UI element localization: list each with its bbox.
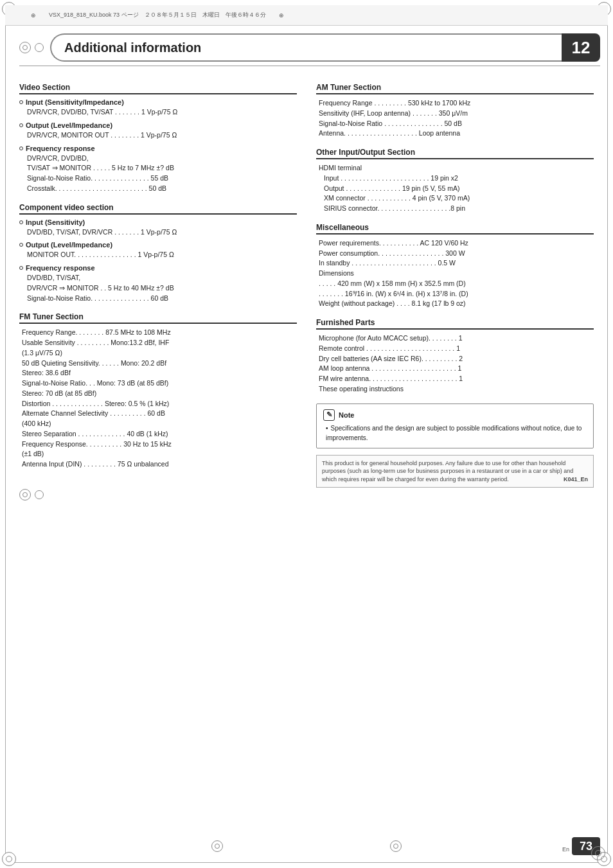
misc-heading: Miscellaneous bbox=[316, 223, 594, 235]
fm-line: Stereo: 70 dB (at 85 dBf) bbox=[22, 389, 297, 399]
top-bar: ⊕ VSX_918_818_KU.book 73 ページ ２０８年５月１５日 木… bbox=[5, 5, 608, 26]
comp-output-value: MONITOR OUT. . . . . . . . . . . . . . .… bbox=[27, 250, 297, 260]
fm-line: Frequency Range. . . . . . . . 87.5 MHz … bbox=[22, 328, 297, 338]
comp-input-value: DVD/BD, TV/SAT, DVR/VCR . . . . . . . 1 … bbox=[27, 227, 297, 238]
disclaimer-code: K041_En bbox=[564, 475, 588, 484]
video-section-heading: Video Section bbox=[19, 83, 297, 94]
misc-section: Miscellaneous Power requirements. . . . … bbox=[316, 223, 594, 309]
fm-section: FM Tuner Section Frequency Range. . . . … bbox=[19, 312, 297, 470]
chapter-title: Additional information bbox=[64, 40, 201, 55]
comp-freq-v2: DVR/VCR ⇒ MONITOR . . 5 Hz to 40 MHz ±? … bbox=[27, 283, 297, 294]
am-line: Signal-to-Noise Ratio . . . . . . . . . … bbox=[319, 119, 594, 129]
furnished-line: These operating instructions bbox=[319, 384, 594, 394]
video-section: Video Section Input (Sensitivity/Impedan… bbox=[19, 83, 297, 194]
fm-line: Distortion . . . . . . . . . . . . . . S… bbox=[22, 399, 297, 409]
misc-line: Power consumption. . . . . . . . . . . .… bbox=[319, 249, 594, 259]
bullet-dot-2 bbox=[19, 123, 23, 127]
video-freq-v1: DVR/VCR, DVD/BD, bbox=[27, 154, 297, 164]
other-io-line: SIRIUS connector. . . . . . . . . . . . … bbox=[324, 204, 594, 214]
top-bar-text: VSX_918_818_KU.book 73 ページ ２０８年５月１５日 木曜日… bbox=[49, 11, 266, 19]
note-box: ✎ Note •Specifications and the design ar… bbox=[316, 403, 594, 448]
am-section: AM Tuner Section Frequency Range . . . .… bbox=[316, 83, 594, 139]
furnished-section: Furnished Parts Microphone (for Auto MCA… bbox=[316, 318, 594, 394]
hdmi-label: HDMI terminal bbox=[319, 163, 594, 173]
video-input-value: DVR/VCR, DVD/BD, TV/SAT . . . . . . . 1 … bbox=[27, 107, 297, 118]
comp-output-label: Output (Level/Impedance) bbox=[19, 241, 297, 249]
comp-freq-v3: Signal-to-Noise Ratio. . . . . . . . . .… bbox=[27, 294, 297, 304]
component-section-heading: Component video section bbox=[19, 203, 297, 215]
misc-line: Weight (without package) . . . . 8.1 kg … bbox=[319, 299, 594, 309]
furnished-line: Dry cell batteries (AA size IEC R6). . .… bbox=[319, 354, 594, 364]
fm-section-heading: FM Tuner Section bbox=[19, 312, 297, 324]
bottom-circles bbox=[0, 840, 613, 852]
video-freq-label: Frequency response bbox=[19, 145, 297, 152]
video-input-label: Input (Sensitivity/Impedance) bbox=[19, 98, 297, 106]
bottom-left-circles bbox=[19, 489, 297, 500]
bottom-circle-center bbox=[390, 840, 402, 852]
note-icon: ✎ bbox=[323, 409, 335, 421]
bullet-dot-5 bbox=[19, 243, 23, 247]
header-divider bbox=[19, 66, 600, 66]
chapter-number: 12 bbox=[572, 39, 591, 56]
fm-line: (1.3 μV/75 Ω) bbox=[22, 348, 297, 359]
fm-line: 50 dB Quieting Sensitivity. . . . . . Mo… bbox=[22, 359, 297, 369]
bottom-circle-left bbox=[211, 840, 223, 852]
furnished-line: Microphone (for Auto MCACC setup). . . .… bbox=[319, 333, 594, 344]
misc-line: . . . . . . . 16⁹/16 in. (W) x 6¹/4 in. … bbox=[319, 289, 594, 299]
furnished-line: FM wire antenna. . . . . . . . . . . . .… bbox=[319, 374, 594, 384]
video-freq-v4: Crosstalk. . . . . . . . . . . . . . . .… bbox=[27, 184, 297, 194]
video-output-label: Output (Level/Impedance) bbox=[19, 121, 297, 129]
other-io-line: Output . . . . . . . . . . . . . . . 19 … bbox=[324, 184, 594, 194]
fm-line: (±1 dB) bbox=[22, 449, 297, 459]
misc-lines: Power requirements. . . . . . . . . . . … bbox=[316, 238, 594, 309]
video-freq-v3: Signal-to-Noise Ratio. . . . . . . . . .… bbox=[27, 173, 297, 184]
am-line: Sensitivity (IHF, Loop antenna) . . . . … bbox=[319, 109, 594, 119]
other-io-line: XM connector . . . . . . . . . . . . 4 p… bbox=[324, 193, 594, 204]
chapter-title-container: Additional information bbox=[50, 33, 562, 62]
component-section: Component video section Input (Sensitivi… bbox=[19, 203, 297, 304]
am-line: Antenna. . . . . . . . . . . . . . . . .… bbox=[319, 128, 594, 139]
comp-input-label: Input (Sensitivity) bbox=[19, 218, 297, 226]
misc-line: Dimensions bbox=[319, 269, 594, 279]
chapter-number-box: 12 bbox=[562, 33, 600, 62]
other-io-line: Input . . . . . . . . . . . . . . . . . … bbox=[324, 173, 594, 184]
left-small-circle bbox=[35, 43, 44, 52]
fm-line: Usable Sensitivity . . . . . . . . . Mon… bbox=[22, 338, 297, 348]
comp-freq-v1: DVD/BD, TV/SAT, bbox=[27, 273, 297, 283]
other-io-lines: Input . . . . . . . . . . . . . . . . . … bbox=[316, 173, 594, 214]
misc-line: In standby . . . . . . . . . . . . . . .… bbox=[319, 258, 594, 269]
left-circle-icon bbox=[19, 42, 31, 53]
left-column: Video Section Input (Sensitivity/Impedan… bbox=[19, 74, 297, 836]
main-content: Video Section Input (Sensitivity/Impedan… bbox=[19, 74, 594, 836]
disclaimer-box: This product is for general household pu… bbox=[316, 455, 594, 488]
fm-line: Alternate Channel Selectivity . . . . . … bbox=[22, 409, 297, 419]
furnished-lines: Microphone (for Auto MCACC setup). . . .… bbox=[316, 333, 594, 394]
am-lines: Frequency Range . . . . . . . . . 530 kH… bbox=[316, 98, 594, 139]
note-text: •Specifications and the design are subje… bbox=[326, 423, 587, 443]
disclaimer-text: This product is for general household pu… bbox=[322, 460, 573, 483]
fm-line: Stereo: 38.6 dBf bbox=[22, 368, 297, 378]
bullet-dot-4 bbox=[19, 220, 23, 224]
fm-line: Signal-to-Noise Ratio. . . Mono: 73 dB (… bbox=[22, 378, 297, 389]
fm-line: Stereo Separation . . . . . . . . . . . … bbox=[22, 429, 297, 439]
bottom-right-decor bbox=[591, 846, 605, 860]
furnished-line: AM loop antenna . . . . . . . . . . . . … bbox=[319, 364, 594, 374]
am-line: Frequency Range . . . . . . . . . 530 kH… bbox=[319, 98, 594, 109]
misc-line: . . . . . 420 mm (W) x 158 mm (H) x 352.… bbox=[319, 279, 594, 289]
comp-freq-label: Frequency response bbox=[19, 264, 297, 272]
fm-lines: Frequency Range. . . . . . . . 87.5 MHz … bbox=[19, 328, 297, 470]
fm-line: Frequency Response. . . . . . . . . . 30… bbox=[22, 439, 297, 450]
am-section-heading: AM Tuner Section bbox=[316, 83, 594, 94]
fm-line: Antenna Input (DIN) . . . . . . . . . 75… bbox=[22, 459, 297, 470]
bullet-dot-3 bbox=[19, 146, 23, 150]
bullet-dot-6 bbox=[19, 266, 23, 270]
note-title: Note bbox=[339, 411, 354, 419]
fm-line: (400 kHz) bbox=[22, 419, 297, 429]
other-io-heading: Other Input/Output Section bbox=[316, 148, 594, 159]
furnished-heading: Furnished Parts bbox=[316, 318, 594, 330]
other-io-section: Other Input/Output Section HDMI terminal… bbox=[316, 148, 594, 214]
note-header: ✎ Note bbox=[323, 409, 587, 421]
video-output-value: DVR/VCR, MONITOR OUT . . . . . . . . 1 V… bbox=[27, 130, 297, 141]
right-column: AM Tuner Section Frequency Range . . . .… bbox=[316, 74, 594, 836]
corner-bl bbox=[2, 852, 16, 866]
